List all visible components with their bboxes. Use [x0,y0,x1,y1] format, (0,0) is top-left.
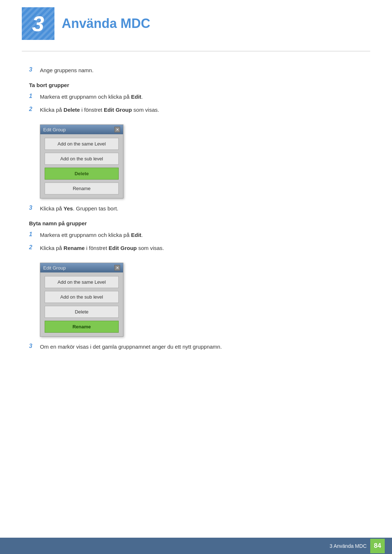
section1-step1: 1 Markera ett gruppnamn och klicka på Ed… [29,93,363,101]
step-text-s2-3: Om en markör visas i det gamla gruppnamn… [40,342,222,351]
dialog1-title: Edit Group [43,127,66,132]
dialog1-btn-delete[interactable]: Delete [45,168,119,180]
dialog2-close-button[interactable]: ✕ [114,265,120,271]
step-num-s2-3: 3 [29,343,40,349]
dialog1-body: Add on the same Level Add on the sub lev… [40,134,123,198]
footer-page-number: 84 [370,539,385,553]
section2-step2: 2 Klicka på Rename i fönstret Edit Group… [29,244,363,253]
dialog2-btn-add-same[interactable]: Add on the same Level [45,276,119,288]
dialog1-close-button[interactable]: ✕ [114,127,120,132]
dialog1-titlebar: Edit Group ✕ [40,125,123,134]
section2-step1: 1 Markera ett gruppnamn och klicka på Ed… [29,231,363,239]
page-footer: 3 Använda MDC 84 [0,538,392,554]
section2-step3: 3 Om en markör visas i det gamla gruppna… [29,342,363,351]
chapter-number: 3 [32,11,44,36]
dialog2-titlebar: Edit Group ✕ [40,263,123,272]
dialog2-btn-add-sub[interactable]: Add on the sub level [45,291,119,303]
dialog1-container: Edit Group ✕ Add on the same Level Add o… [40,124,123,198]
main-content: 3 Ange gruppens namn. Ta bort grupper 1 … [29,66,363,351]
step-text-s1-3: Klicka på Yes. Gruppen tas bort. [40,204,118,213]
step-text-s2-1: Markera ett gruppnamn och klicka på Edit… [40,231,143,239]
dialog2-title: Edit Group [43,265,66,271]
chapter-title: Använda MDC [62,16,150,31]
dialog2-btn-rename[interactable]: Rename [45,321,119,333]
section1-heading: Ta bort grupper [29,82,363,88]
chapter-number-box: 3 [22,7,54,40]
dialog2-container: Edit Group ✕ Add on the same Level Add o… [40,263,123,337]
dialog1-btn-add-sub[interactable]: Add on the sub level [45,153,119,165]
step-num-s2-2: 2 [29,244,40,251]
step-text-s1-2: Klicka på Delete i fönstret Edit Group s… [40,106,159,114]
dialog2-btn-delete[interactable]: Delete [45,306,119,318]
step-text-intro: Ange gruppens namn. [40,66,94,75]
step-text-s1-1: Markera ett gruppnamn och klicka på Edit… [40,93,143,101]
step-num-s1-2: 2 [29,106,40,112]
step-num-s1-1: 1 [29,93,40,99]
step-num-s2-1: 1 [29,231,40,238]
dialog1-btn-add-same[interactable]: Add on the same Level [45,138,119,150]
step-num-s1-3: 3 [29,205,40,211]
section1-step2: 2 Klicka på Delete i fönstret Edit Group… [29,106,363,114]
step-text-s2-2: Klicka på Rename i fönstret Edit Group s… [40,244,164,253]
section2-heading: Byta namn på grupper [29,220,363,226]
step-number-intro: 3 [29,66,40,73]
dialog2: Edit Group ✕ Add on the same Level Add o… [40,263,123,337]
chapter-header: 3 Använda MDC [22,0,370,52]
intro-step: 3 Ange gruppens namn. [29,66,363,75]
dialog2-body: Add on the same Level Add on the sub lev… [40,272,123,336]
section1-step3: 3 Klicka på Yes. Gruppen tas bort. [29,204,363,213]
dialog1: Edit Group ✕ Add on the same Level Add o… [40,124,123,198]
footer-text: 3 Använda MDC [330,543,367,549]
dialog1-btn-rename[interactable]: Rename [45,182,119,194]
